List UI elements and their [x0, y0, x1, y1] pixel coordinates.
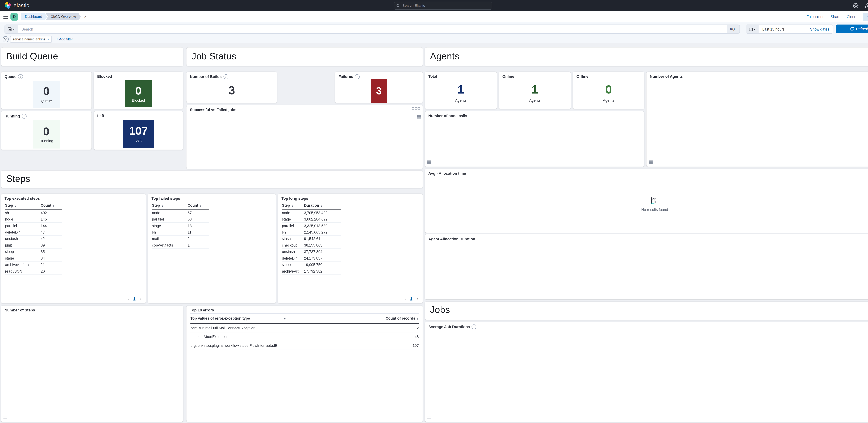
- agent-allocation-chart[interactable]: [427, 241, 867, 297]
- full-screen-button[interactable]: Full screen: [807, 14, 825, 19]
- column-header[interactable]: Count∨: [188, 202, 209, 209]
- table-row: deleteDir47: [5, 229, 62, 235]
- page-number[interactable]: 1: [133, 296, 135, 301]
- prev-page-icon[interactable]: ‹: [404, 296, 406, 301]
- section-build-queue: Build Queue: [1, 47, 183, 66]
- metric-label: Agents: [529, 98, 540, 102]
- table-cell: sh: [5, 209, 41, 216]
- table-row: checkout38,155,863: [282, 242, 341, 248]
- refresh-button[interactable]: Refresh: [836, 25, 868, 33]
- clone-button[interactable]: Clone: [847, 14, 856, 19]
- legend-toggle-icon[interactable]: [3, 415, 7, 420]
- table-row: node145: [5, 216, 62, 222]
- panel-title: Number of node calls: [428, 114, 467, 118]
- panel-options-icon[interactable]: [412, 107, 420, 109]
- legend-toggle-icon[interactable]: [427, 415, 431, 420]
- column-header[interactable]: Duration∨: [304, 202, 341, 209]
- info-icon[interactable]: i: [18, 74, 23, 79]
- legend-toggle-icon[interactable]: [427, 160, 431, 165]
- help-icon[interactable]: [853, 3, 859, 9]
- share-button[interactable]: Share: [831, 14, 840, 19]
- calendar-menu[interactable]: [746, 25, 759, 33]
- successful-vs-failed-panel: Successful vs Failed jobs: [186, 105, 423, 169]
- filter-pill[interactable]: service.name: jenkins ×: [10, 36, 52, 42]
- no-results-message: No results found: [425, 197, 868, 212]
- table-cell: com.sun.mail.util.MailConnectException: [190, 323, 360, 332]
- number-of-steps-chart[interactable]: [2, 313, 174, 419]
- menu-icon[interactable]: [3, 15, 8, 19]
- top-executed-steps-panel: Top executed steps Step∨ Count∨ sh402nod…: [1, 194, 146, 303]
- legend-list-icon[interactable]: [417, 115, 421, 120]
- successful-vs-failed-chart[interactable]: [188, 112, 414, 158]
- metric-label: Agents: [603, 98, 614, 102]
- sort-icon: ∨: [53, 204, 55, 207]
- search-input[interactable]: [18, 27, 727, 31]
- table-cell: 47: [41, 229, 62, 235]
- metric-tile: 0 Blocked: [125, 80, 152, 107]
- section-steps: Steps: [1, 170, 423, 188]
- info-icon[interactable]: i: [223, 74, 228, 79]
- table-cell: checkout: [282, 242, 304, 248]
- panel-title: Failures: [339, 75, 353, 79]
- kql-button[interactable]: KQL: [727, 25, 740, 33]
- table-cell: archiveArt...: [282, 268, 304, 274]
- sort-icon: ∨: [199, 204, 202, 207]
- dashboard-grid: Build Queue Job Status Agents Queuei 0 Q…: [0, 43, 868, 423]
- breadcrumb-dashboard[interactable]: Dashboard: [21, 13, 47, 20]
- table-cell: sh: [282, 229, 304, 235]
- page-number[interactable]: 1: [410, 296, 412, 301]
- dashboard-app-icon[interactable]: D: [10, 13, 18, 21]
- number-of-agents-chart[interactable]: [648, 79, 868, 164]
- table-row: junit39: [5, 242, 62, 248]
- elastic-logo[interactable]: elastic: [4, 2, 29, 9]
- table-cell: 13: [188, 222, 209, 229]
- remove-filter-icon[interactable]: ×: [47, 37, 49, 41]
- panel-title: Top failed steps: [151, 196, 180, 200]
- column-header[interactable]: Count∨: [41, 202, 62, 209]
- column-header[interactable]: Step∨: [152, 202, 188, 209]
- dashboard-page: elastic: [0, 0, 868, 423]
- global-search[interactable]: [394, 2, 492, 10]
- table-cell: parallel: [152, 216, 188, 222]
- info-icon[interactable]: i: [355, 74, 360, 79]
- table-cell: 107: [360, 341, 419, 350]
- table-cell: 42: [41, 235, 62, 242]
- add-filter-button[interactable]: + Add filter: [56, 37, 73, 41]
- table-cell: 3,325,013,530: [304, 222, 341, 229]
- filter-menu-icon[interactable]: [2, 36, 9, 43]
- table-cell: 37,787,894: [304, 248, 341, 255]
- column-header[interactable]: Top values of error.exception.type∨: [190, 314, 360, 323]
- metric-value: 3: [228, 85, 235, 96]
- table-cell: deleteDir: [282, 255, 304, 261]
- search-icon: [396, 4, 400, 7]
- next-page-icon[interactable]: ›: [140, 296, 141, 301]
- column-header[interactable]: Count of records∨: [360, 314, 419, 323]
- info-icon[interactable]: i: [472, 324, 476, 329]
- edit-button[interactable]: Edit: [863, 12, 868, 21]
- number-of-steps-panel: Number of Steps: [1, 305, 183, 422]
- top-long-steps-table: Step∨ Duration∨ node3,705,953,402stage3,…: [282, 202, 341, 274]
- panel-title: Left: [97, 114, 104, 118]
- time-range-value[interactable]: Last 15 hours: [759, 27, 810, 31]
- show-dates-button[interactable]: Show dates: [810, 27, 833, 31]
- table-row: unstash42: [5, 235, 62, 242]
- table-row: parallel144: [5, 222, 62, 229]
- next-page-icon[interactable]: ›: [417, 296, 418, 301]
- legend-toggle-icon[interactable]: [649, 160, 653, 165]
- saved-query-menu[interactable]: [5, 25, 18, 33]
- top-errors-panel: Top 10 errors Top values of error.except…: [186, 305, 423, 422]
- column-header[interactable]: Step∨: [282, 202, 304, 209]
- average-job-durations-chart[interactable]: [428, 330, 865, 419]
- table-cell: 1: [188, 242, 209, 248]
- metric-value: 1: [532, 84, 538, 95]
- news-icon[interactable]: [864, 3, 868, 9]
- node-calls-chart[interactable]: [426, 119, 636, 164]
- info-icon[interactable]: i: [22, 114, 27, 119]
- global-search-input[interactable]: [402, 3, 490, 8]
- date-picker[interactable]: Last 15 hours Show dates: [746, 25, 833, 34]
- panel-title: Top executed steps: [4, 196, 40, 200]
- save-icon: [8, 27, 11, 31]
- table-row: parallel3,325,013,530: [282, 222, 341, 229]
- column-header[interactable]: Step∨: [5, 202, 41, 209]
- prev-page-icon[interactable]: ‹: [128, 296, 129, 301]
